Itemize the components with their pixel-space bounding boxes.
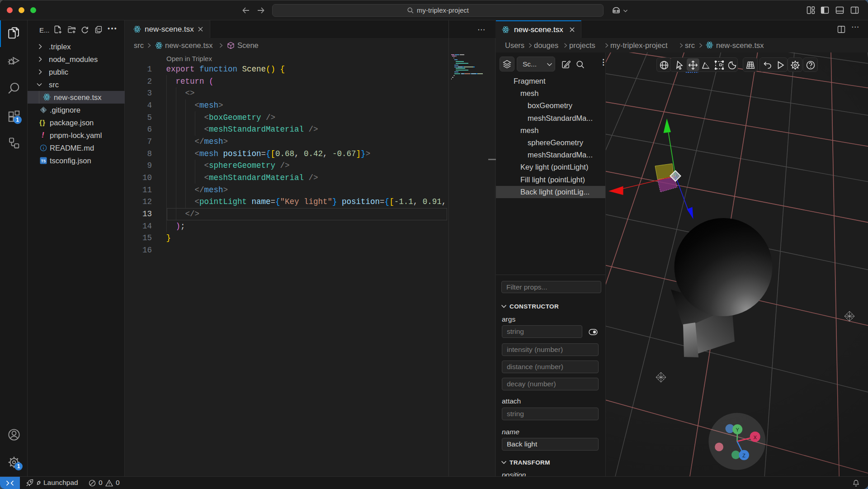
- svg-text:TS: TS: [41, 159, 46, 163]
- svg-text:X: X: [754, 435, 757, 440]
- svg-text:Z: Z: [742, 453, 745, 458]
- svg-text:Y: Y: [736, 427, 740, 432]
